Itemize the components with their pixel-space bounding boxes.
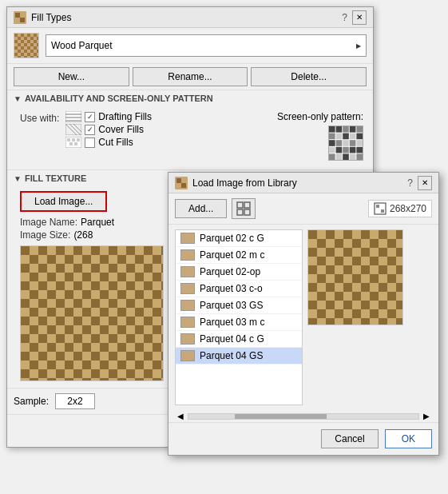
scroll-thumb xyxy=(235,414,327,419)
screen-only-pattern-preview xyxy=(328,125,363,163)
item-thumb xyxy=(180,350,195,361)
cut-fills-pattern-icon xyxy=(65,137,81,148)
svg-rect-27 xyxy=(343,133,349,140)
close-button[interactable]: ✕ xyxy=(352,10,367,25)
svg-rect-3 xyxy=(15,18,20,22)
list-item-label: Parquet 03 m c xyxy=(200,317,264,328)
list-item[interactable]: Parquet 02 c G xyxy=(176,230,302,247)
list-item[interactable]: Parquet 03 m c xyxy=(176,314,302,331)
svg-rect-24 xyxy=(356,126,363,133)
cover-fills-pattern-icon xyxy=(65,124,81,135)
svg-rect-17 xyxy=(69,142,73,145)
image-size-label: Image Size: xyxy=(20,229,70,241)
library-cancel-button[interactable]: Cancel xyxy=(321,429,378,448)
library-preview-image xyxy=(307,229,403,325)
scroll-left-arrow[interactable]: ◀ xyxy=(175,412,186,420)
library-settings-icon xyxy=(236,201,251,216)
svg-rect-23 xyxy=(350,126,356,133)
availability-section: Use with: Drafting Fills xyxy=(7,106,373,169)
cover-fills-checkbox[interactable] xyxy=(85,125,95,135)
cut-fills-row: Cut Fills xyxy=(65,137,152,148)
rename-button[interactable]: Rename... xyxy=(133,67,248,86)
scroll-right-arrow[interactable]: ▶ xyxy=(421,412,432,420)
help-icon[interactable]: ? xyxy=(342,12,347,23)
library-ok-button[interactable]: OK xyxy=(385,429,432,448)
library-size-badge: 268x270 xyxy=(368,200,432,217)
svg-rect-41 xyxy=(336,153,343,160)
list-item-label: Parquet 02-op xyxy=(200,266,260,277)
svg-rect-31 xyxy=(336,140,343,146)
delete-button[interactable]: Delete... xyxy=(251,67,367,86)
list-item[interactable]: Parquet 02-op xyxy=(176,264,302,281)
item-thumb xyxy=(180,283,195,294)
library-title-icon xyxy=(175,177,188,189)
svg-rect-36 xyxy=(336,147,343,153)
availability-section-header: ▼ AVAILABILITY AND SCREEN-ONLY PATTERN xyxy=(7,90,373,106)
fill-types-titlebar: Fill Types ? ✕ xyxy=(7,7,373,28)
list-item[interactable]: Parquet 02 m c xyxy=(176,247,302,264)
texture-preview xyxy=(20,245,164,381)
drafting-fills-label: Drafting Fills xyxy=(98,111,152,122)
svg-rect-1 xyxy=(15,13,20,18)
item-thumb xyxy=(180,300,195,311)
list-item[interactable]: Parquet 03 GS xyxy=(176,297,302,314)
svg-rect-26 xyxy=(336,133,343,140)
library-toolbar: Add... 268x270 xyxy=(168,193,438,225)
svg-rect-43 xyxy=(350,153,356,160)
list-item[interactable]: Parquet 04 c G xyxy=(176,331,302,348)
library-help-icon[interactable]: ? xyxy=(407,177,413,189)
svg-rect-18 xyxy=(74,142,77,145)
list-item-label: Parquet 03 c-o xyxy=(200,283,263,294)
list-item-label: Parquet 04 GS xyxy=(200,350,263,361)
svg-rect-32 xyxy=(343,140,349,146)
image-name-label: Image Name: xyxy=(20,217,77,228)
new-button[interactable]: New... xyxy=(14,67,129,86)
fill-texture-collapse-icon[interactable]: ▼ xyxy=(14,174,22,183)
svg-rect-14 xyxy=(67,138,70,141)
sample-input[interactable] xyxy=(55,393,95,409)
scroll-track[interactable] xyxy=(188,413,419,420)
list-item-label: Parquet 02 m c xyxy=(200,249,264,261)
svg-rect-33 xyxy=(350,140,356,146)
item-thumb xyxy=(180,333,195,345)
cut-fills-checkbox[interactable] xyxy=(85,137,95,148)
library-list[interactable]: Parquet 02 c G Parquet 02 m c Parquet 02… xyxy=(175,229,303,405)
library-dialog: Load Image from Library ? ✕ Add... 268x2… xyxy=(168,172,439,456)
svg-rect-15 xyxy=(72,138,75,141)
library-title: Load Image from Library xyxy=(192,177,297,189)
fill-selector[interactable]: Wood Parquet ▶ xyxy=(46,34,367,57)
list-item-label: Parquet 04 c G xyxy=(200,333,264,345)
svg-rect-54 xyxy=(381,209,384,213)
svg-rect-39 xyxy=(356,147,363,153)
list-item[interactable]: Parquet 03 c-o xyxy=(176,281,302,297)
cut-fills-label: Cut Fills xyxy=(98,137,133,148)
library-add-button[interactable]: Add... xyxy=(175,199,227,218)
library-settings-button[interactable] xyxy=(232,198,256,219)
availability-collapse-icon[interactable]: ▼ xyxy=(14,94,22,103)
svg-rect-30 xyxy=(329,140,335,146)
svg-rect-46 xyxy=(176,178,181,183)
svg-rect-37 xyxy=(343,147,349,153)
svg-rect-16 xyxy=(77,138,80,141)
item-thumb xyxy=(180,266,195,277)
load-image-button[interactable]: Load Image... xyxy=(20,191,107,212)
svg-rect-47 xyxy=(181,183,186,188)
svg-rect-4 xyxy=(20,13,25,18)
library-content: Parquet 02 c G Parquet 02 m c Parquet 02… xyxy=(168,225,438,410)
drafting-fills-checkbox[interactable] xyxy=(85,112,95,122)
library-close-button[interactable]: ✕ xyxy=(418,176,432,190)
library-titlebar: Load Image from Library ? ✕ xyxy=(168,173,438,193)
image-name-value: Parquet xyxy=(81,217,114,228)
svg-rect-38 xyxy=(350,147,356,153)
list-item-selected[interactable]: Parquet 04 GS xyxy=(176,348,302,365)
svg-rect-44 xyxy=(356,153,363,160)
dropdown-arrow-icon: ▶ xyxy=(356,42,361,50)
fill-preview-icon xyxy=(14,33,39,58)
availability-header-label: AVAILABILITY AND SCREEN-ONLY PATTERN xyxy=(25,94,213,103)
item-thumb xyxy=(180,317,195,328)
use-with-label: Use with: xyxy=(20,111,59,124)
image-size-value: (268 xyxy=(73,229,93,241)
svg-rect-35 xyxy=(329,147,335,153)
image-size-icon xyxy=(374,202,387,215)
svg-rect-22 xyxy=(343,126,349,133)
